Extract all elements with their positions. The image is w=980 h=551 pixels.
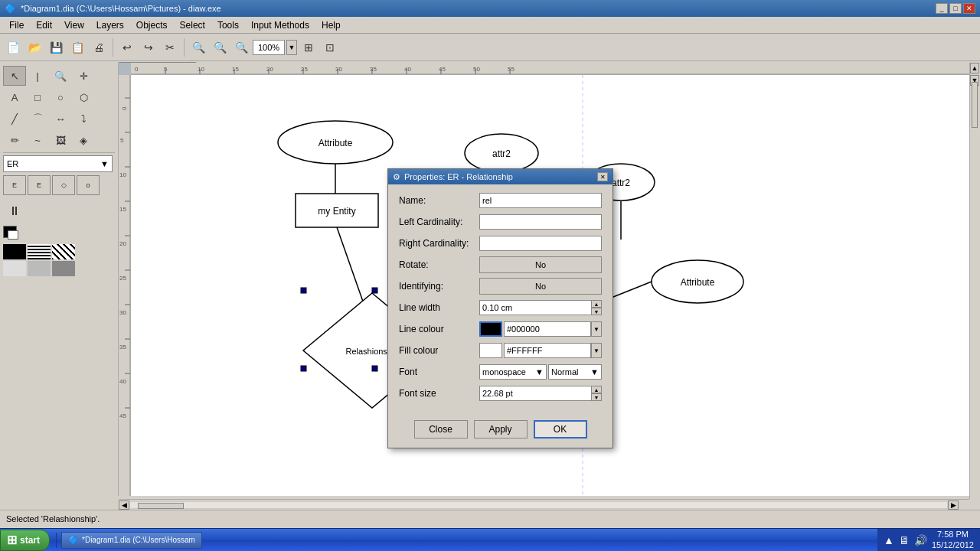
font-style-combo[interactable]: Normal ▼ [548,364,602,380]
right-card-label: Right Cardinality: [399,238,479,249]
systray: ▲ 🖥 🔊 7:58 PM 15/12/2012 [877,529,980,551]
identifying-label: Identifying: [399,281,479,292]
taskbar-app-icon: 🔷 [68,535,79,545]
font-size-down[interactable]: ▼ [591,393,602,401]
rotate-row: Rotate: No [399,256,602,273]
font-name-arrow: ▼ [535,367,544,377]
line-colour-dropdown[interactable]: ▼ [591,321,602,337]
font-size-up[interactable]: ▲ [591,386,602,393]
font-name-value: monospace [482,367,526,377]
font-name-combo[interactable]: monospace ▼ [479,364,547,380]
apply-button[interactable]: Apply [474,420,528,439]
font-size-label: Font size [399,388,479,399]
line-width-down[interactable]: ▼ [591,308,602,315]
start-label: start [20,535,40,546]
line-colour-label: Line colour [399,324,479,334]
identifying-value: No [535,282,546,291]
rotate-value: No [535,260,546,269]
font-size-spinbox: ▲ ▼ [479,386,602,401]
taskbar-app-label: *Diagram1.dia (C:\Users\Hossam [82,536,195,544]
clock: 7:58 PM 15/12/2012 [932,530,974,549]
font-combo-area: monospace ▼ Normal ▼ [479,364,602,380]
line-colour-row: Line colour #000000 ▼ [399,321,602,337]
fill-colour-label: Fill colour [399,345,479,356]
systray-network-icon[interactable]: 🖥 [899,534,910,546]
systray-up-icon[interactable]: ▲ [884,534,894,546]
line-width-label: Line width [399,302,479,313]
fill-colour-box[interactable] [479,343,502,358]
line-colour-box[interactable] [479,321,502,337]
font-size-row: Font size ▲ ▼ [399,385,602,402]
dialog-title: Properties: ER - Relationship [404,172,513,181]
fill-colour-row: Fill colour #FFFFFF ▼ [399,342,602,359]
properties-dialog: ⚙ Properties: ER - Relationship ✕ Name: … [387,168,613,448]
line-colour-field: #000000 ▼ [479,321,602,337]
fill-colour-value: #FFFFFF [504,343,591,358]
windows-logo: ⊞ [7,533,17,547]
dialog-body: Name: Left Cardinality: Right Cardinalit… [388,184,612,414]
fill-colour-dropdown[interactable]: ▼ [591,343,602,358]
close-button[interactable]: Close [414,420,468,439]
right-card-input[interactable] [479,236,602,251]
windows-taskbar: ⊞ start 🔷 *Diagram1.dia (C:\Users\Hossam… [0,528,980,551]
line-width-row: Line width ▲ ▼ [399,299,602,316]
name-input[interactable] [479,193,602,208]
taskbar-app-btn[interactable]: 🔷 *Diagram1.dia (C:\Users\Hossam [61,532,202,549]
clock-time: 7:58 PM [932,530,974,540]
name-label: Name: [399,195,479,206]
start-button[interactable]: ⊞ start [0,530,50,551]
font-size-spin-btns: ▲ ▼ [591,386,602,401]
font-style-arrow: ▼ [590,367,599,377]
font-row: Font monospace ▼ Normal ▼ [399,364,602,380]
dialog-titlebar-left: ⚙ Properties: ER - Relationship [393,172,513,182]
taskbar-sep-1 [56,533,57,548]
name-row: Name: [399,192,602,209]
identifying-button[interactable]: No [479,278,602,295]
ok-button[interactable]: OK [534,420,587,439]
font-style-value: Normal [551,367,578,377]
left-card-row: Left Cardinality: [399,214,602,230]
clock-date: 15/12/2012 [932,540,974,550]
font-label: Font [399,367,479,377]
rotate-label: Rotate: [399,259,479,270]
left-card-input[interactable] [479,214,602,230]
app-window: 🔷 *Diagram1.dia (C:\Users\Hossam\Picture… [0,0,980,527]
right-card-row: Right Cardinality: [399,235,602,252]
fill-colour-field: #FFFFFF ▼ [479,343,602,358]
dialog-overlay: ⚙ Properties: ER - Relationship ✕ Name: … [0,0,980,527]
systray-volume-icon[interactable]: 🔊 [914,534,927,546]
dialog-titlebar: ⚙ Properties: ER - Relationship ✕ [388,169,612,184]
line-colour-value: #000000 [504,321,591,337]
identifying-row: Identifying: No [399,278,602,295]
line-width-input[interactable] [479,300,591,315]
line-width-spinbox: ▲ ▼ [479,300,602,315]
line-width-spin-btns: ▲ ▼ [591,300,602,315]
left-card-label: Left Cardinality: [399,217,479,227]
dialog-icon: ⚙ [393,172,400,182]
dialog-buttons: Close Apply OK [388,414,612,448]
line-width-up[interactable]: ▲ [591,300,602,308]
font-size-input[interactable] [479,386,591,401]
rotate-button[interactable]: No [479,256,602,273]
dialog-close-icon[interactable]: ✕ [597,172,608,181]
